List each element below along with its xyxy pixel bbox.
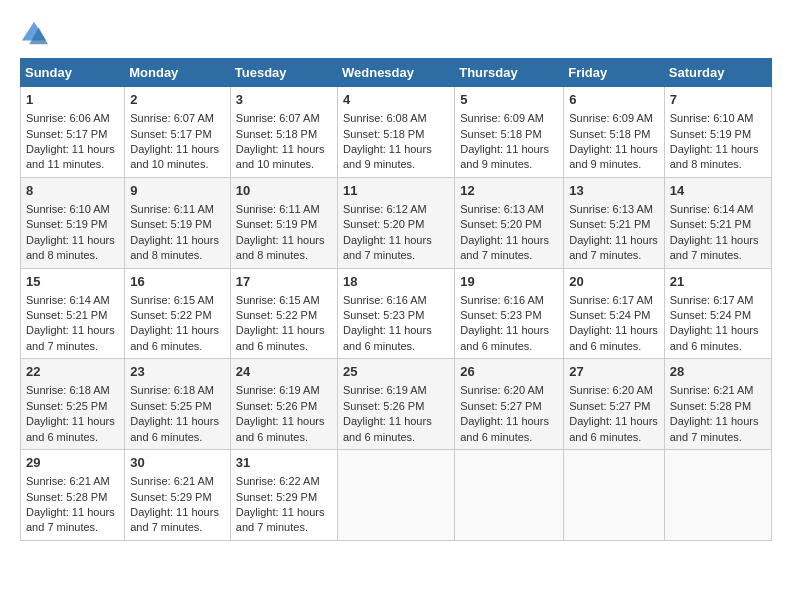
sunrise-label: Sunrise: 6:22 AM <box>236 475 320 487</box>
calendar-cell: 21Sunrise: 6:17 AMSunset: 5:24 PMDayligh… <box>664 268 771 359</box>
day-number: 16 <box>130 273 225 291</box>
day-number: 22 <box>26 363 119 381</box>
calendar-cell <box>337 450 454 541</box>
sunrise-label: Sunrise: 6:13 AM <box>460 203 544 215</box>
sunset-label: Sunset: 5:22 PM <box>130 309 211 321</box>
calendar-cell: 8Sunrise: 6:10 AMSunset: 5:19 PMDaylight… <box>21 177 125 268</box>
calendar-cell: 20Sunrise: 6:17 AMSunset: 5:24 PMDayligh… <box>564 268 665 359</box>
sunset-label: Sunset: 5:21 PM <box>670 218 751 230</box>
calendar-cell: 17Sunrise: 6:15 AMSunset: 5:22 PMDayligh… <box>230 268 337 359</box>
daylight-label: Daylight: 11 hours and 6 minutes. <box>26 415 115 442</box>
day-number: 21 <box>670 273 766 291</box>
daylight-label: Daylight: 11 hours and 9 minutes. <box>343 143 432 170</box>
calendar-cell: 15Sunrise: 6:14 AMSunset: 5:21 PMDayligh… <box>21 268 125 359</box>
sunset-label: Sunset: 5:26 PM <box>236 400 317 412</box>
calendar-cell: 1Sunrise: 6:06 AMSunset: 5:17 PMDaylight… <box>21 87 125 178</box>
daylight-label: Daylight: 11 hours and 7 minutes. <box>26 506 115 533</box>
daylight-label: Daylight: 11 hours and 8 minutes. <box>26 234 115 261</box>
day-number: 2 <box>130 91 225 109</box>
daylight-label: Daylight: 11 hours and 7 minutes. <box>343 234 432 261</box>
sunrise-label: Sunrise: 6:16 AM <box>460 294 544 306</box>
daylight-label: Daylight: 11 hours and 7 minutes. <box>670 415 759 442</box>
sunrise-label: Sunrise: 6:07 AM <box>236 112 320 124</box>
sunrise-label: Sunrise: 6:17 AM <box>569 294 653 306</box>
day-number: 12 <box>460 182 558 200</box>
calendar-cell: 24Sunrise: 6:19 AMSunset: 5:26 PMDayligh… <box>230 359 337 450</box>
sunset-label: Sunset: 5:29 PM <box>130 491 211 503</box>
sunset-label: Sunset: 5:24 PM <box>670 309 751 321</box>
sunrise-label: Sunrise: 6:10 AM <box>26 203 110 215</box>
calendar-week-row: 1Sunrise: 6:06 AMSunset: 5:17 PMDaylight… <box>21 87 772 178</box>
sunset-label: Sunset: 5:24 PM <box>569 309 650 321</box>
day-number: 14 <box>670 182 766 200</box>
daylight-label: Daylight: 11 hours and 10 minutes. <box>236 143 325 170</box>
calendar-week-row: 15Sunrise: 6:14 AMSunset: 5:21 PMDayligh… <box>21 268 772 359</box>
sunrise-label: Sunrise: 6:07 AM <box>130 112 214 124</box>
day-number: 18 <box>343 273 449 291</box>
calendar-cell: 10Sunrise: 6:11 AMSunset: 5:19 PMDayligh… <box>230 177 337 268</box>
day-number: 24 <box>236 363 332 381</box>
sunset-label: Sunset: 5:18 PM <box>460 128 541 140</box>
sunrise-label: Sunrise: 6:21 AM <box>130 475 214 487</box>
sunset-label: Sunset: 5:18 PM <box>343 128 424 140</box>
sunrise-label: Sunrise: 6:21 AM <box>670 384 754 396</box>
sunset-label: Sunset: 5:28 PM <box>26 491 107 503</box>
sunrise-label: Sunrise: 6:19 AM <box>343 384 427 396</box>
calendar-cell: 4Sunrise: 6:08 AMSunset: 5:18 PMDaylight… <box>337 87 454 178</box>
day-number: 23 <box>130 363 225 381</box>
sunset-label: Sunset: 5:25 PM <box>26 400 107 412</box>
day-number: 17 <box>236 273 332 291</box>
sunset-label: Sunset: 5:26 PM <box>343 400 424 412</box>
column-header-saturday: Saturday <box>664 59 771 87</box>
daylight-label: Daylight: 11 hours and 8 minutes. <box>130 234 219 261</box>
sunset-label: Sunset: 5:28 PM <box>670 400 751 412</box>
sunset-label: Sunset: 5:23 PM <box>343 309 424 321</box>
daylight-label: Daylight: 11 hours and 10 minutes. <box>130 143 219 170</box>
day-number: 9 <box>130 182 225 200</box>
day-number: 26 <box>460 363 558 381</box>
calendar-cell: 25Sunrise: 6:19 AMSunset: 5:26 PMDayligh… <box>337 359 454 450</box>
calendar-cell: 23Sunrise: 6:18 AMSunset: 5:25 PMDayligh… <box>125 359 231 450</box>
sunset-label: Sunset: 5:19 PM <box>670 128 751 140</box>
sunset-label: Sunset: 5:20 PM <box>460 218 541 230</box>
day-number: 15 <box>26 273 119 291</box>
sunrise-label: Sunrise: 6:10 AM <box>670 112 754 124</box>
header <box>20 20 772 48</box>
daylight-label: Daylight: 11 hours and 7 minutes. <box>130 506 219 533</box>
daylight-label: Daylight: 11 hours and 7 minutes. <box>569 234 658 261</box>
sunrise-label: Sunrise: 6:20 AM <box>460 384 544 396</box>
daylight-label: Daylight: 11 hours and 7 minutes. <box>26 324 115 351</box>
calendar-cell <box>455 450 564 541</box>
sunset-label: Sunset: 5:17 PM <box>26 128 107 140</box>
sunrise-label: Sunrise: 6:14 AM <box>670 203 754 215</box>
daylight-label: Daylight: 11 hours and 6 minutes. <box>343 415 432 442</box>
sunrise-label: Sunrise: 6:16 AM <box>343 294 427 306</box>
day-number: 28 <box>670 363 766 381</box>
column-header-sunday: Sunday <box>21 59 125 87</box>
day-number: 27 <box>569 363 659 381</box>
sunrise-label: Sunrise: 6:19 AM <box>236 384 320 396</box>
column-header-tuesday: Tuesday <box>230 59 337 87</box>
daylight-label: Daylight: 11 hours and 6 minutes. <box>130 415 219 442</box>
sunset-label: Sunset: 5:17 PM <box>130 128 211 140</box>
daylight-label: Daylight: 11 hours and 6 minutes. <box>460 324 549 351</box>
daylight-label: Daylight: 11 hours and 8 minutes. <box>236 234 325 261</box>
sunset-label: Sunset: 5:27 PM <box>460 400 541 412</box>
daylight-label: Daylight: 11 hours and 9 minutes. <box>460 143 549 170</box>
day-number: 7 <box>670 91 766 109</box>
column-header-monday: Monday <box>125 59 231 87</box>
calendar-cell: 27Sunrise: 6:20 AMSunset: 5:27 PMDayligh… <box>564 359 665 450</box>
day-number: 13 <box>569 182 659 200</box>
column-header-friday: Friday <box>564 59 665 87</box>
daylight-label: Daylight: 11 hours and 6 minutes. <box>460 415 549 442</box>
calendar-cell: 19Sunrise: 6:16 AMSunset: 5:23 PMDayligh… <box>455 268 564 359</box>
day-number: 20 <box>569 273 659 291</box>
calendar-cell: 5Sunrise: 6:09 AMSunset: 5:18 PMDaylight… <box>455 87 564 178</box>
calendar-header-row: SundayMondayTuesdayWednesdayThursdayFrid… <box>21 59 772 87</box>
sunset-label: Sunset: 5:19 PM <box>236 218 317 230</box>
daylight-label: Daylight: 11 hours and 7 minutes. <box>670 234 759 261</box>
sunrise-label: Sunrise: 6:06 AM <box>26 112 110 124</box>
calendar-cell: 11Sunrise: 6:12 AMSunset: 5:20 PMDayligh… <box>337 177 454 268</box>
sunrise-label: Sunrise: 6:14 AM <box>26 294 110 306</box>
column-header-wednesday: Wednesday <box>337 59 454 87</box>
